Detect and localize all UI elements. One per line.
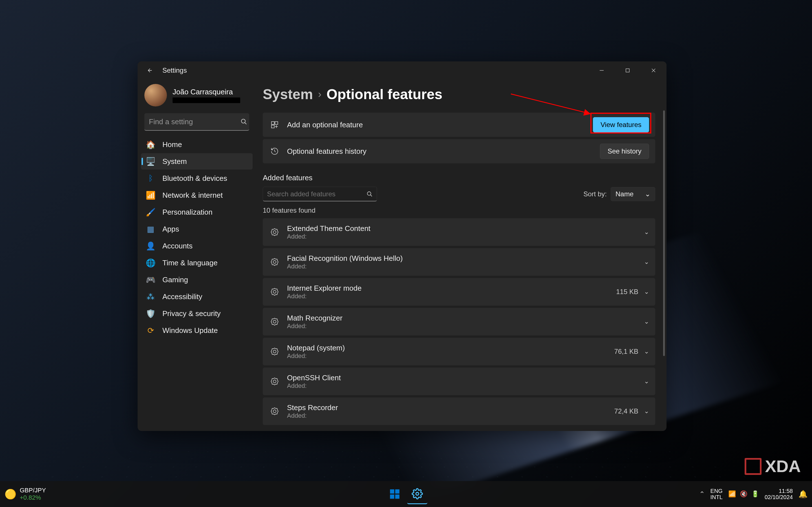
svg-marker-17 xyxy=(271,259,278,266)
back-button[interactable] xyxy=(144,65,156,76)
nav-item-time-language[interactable]: 🌐Time & language xyxy=(141,255,253,271)
nav-item-windows-update[interactable]: ⟳Windows Update xyxy=(141,322,253,339)
sort-dropdown[interactable]: Name ⌄ xyxy=(611,187,655,201)
feature-name: Facial Recognition (Windows Hello) xyxy=(287,254,644,263)
language-indicator[interactable]: ENG INTL xyxy=(711,488,723,500)
chevron-down-icon: ⌄ xyxy=(644,348,649,355)
nav-label: Bluetooth & devices xyxy=(162,174,227,183)
nav-label: Apps xyxy=(162,225,179,233)
nav-label: System xyxy=(162,157,187,166)
chevron-right-icon: › xyxy=(318,89,321,100)
nav-item-network-internet[interactable]: 📶Network & internet xyxy=(141,187,253,203)
system-icon: 🖥️ xyxy=(146,156,156,166)
feature-list: Extended Theme ContentAdded:⌄Facial Reco… xyxy=(263,218,655,425)
svg-line-12 xyxy=(274,151,276,152)
scrollbar-thumb[interactable] xyxy=(663,110,665,356)
feature-row[interactable]: OpenSSH ClientAdded:⌄ xyxy=(263,368,655,395)
titlebar: Settings xyxy=(138,61,666,79)
notifications-icon[interactable]: 🔔 xyxy=(799,490,808,499)
sort-label: Sort by: xyxy=(583,190,607,198)
taskbar: 🟡 GBP/JPY +0.82% ⌃ ENG INTL 📶 🔇 🔋 11:58 … xyxy=(0,481,812,507)
start-button[interactable] xyxy=(385,484,405,504)
maximize-button[interactable] xyxy=(615,61,641,79)
feature-row[interactable]: Extended Theme ContentAdded:⌄ xyxy=(263,218,655,246)
feature-subtext: Added: xyxy=(287,323,644,330)
battery-icon: 🔋 xyxy=(751,490,759,498)
svg-rect-32 xyxy=(395,495,400,499)
feature-name: OpenSSH Client xyxy=(287,374,644,382)
gear-icon xyxy=(269,258,280,266)
chevron-down-icon: ⌄ xyxy=(644,378,649,385)
feature-size: 115 KB xyxy=(616,288,638,296)
scrollbar[interactable] xyxy=(663,110,665,425)
chevron-down-icon: ⌄ xyxy=(644,228,649,236)
tray-status-icons[interactable]: 📶 🔇 🔋 xyxy=(728,490,759,498)
nav-label: Home xyxy=(162,140,182,149)
nav-item-system[interactable]: 🖥️System xyxy=(141,153,253,170)
see-history-button[interactable]: See history xyxy=(600,144,649,159)
nav-item-privacy-security[interactable]: 🛡️Privacy & security xyxy=(141,305,253,322)
history-icon xyxy=(269,147,280,156)
breadcrumb: System › Optional features xyxy=(263,86,655,103)
nav-item-gaming[interactable]: 🎮Gaming xyxy=(141,272,253,288)
profile-email-redacted xyxy=(172,98,240,103)
added-search-input[interactable] xyxy=(267,190,366,198)
gear-icon xyxy=(269,407,280,415)
feature-name: Notepad (system) xyxy=(287,344,614,352)
svg-point-28 xyxy=(273,410,276,413)
history-label: Optional features history xyxy=(287,147,600,156)
settings-window: Settings João Carrasqueira 🏠Hom xyxy=(138,61,666,431)
close-button[interactable] xyxy=(641,61,666,79)
feature-row[interactable]: Steps RecorderAdded:72,4 KB⌄ xyxy=(263,397,655,425)
clock[interactable]: 11:58 02/10/2024 xyxy=(765,488,793,500)
feature-subtext: Added: xyxy=(287,412,614,419)
feature-row[interactable]: Internet Explorer modeAdded:115 KB⌄ xyxy=(263,278,655,305)
feature-name: Steps Recorder xyxy=(287,403,614,412)
added-search[interactable] xyxy=(263,187,377,202)
feature-subtext: Added: xyxy=(287,382,644,390)
taskbar-settings-icon[interactable] xyxy=(407,484,427,504)
svg-rect-6 xyxy=(271,122,274,124)
gaming-icon: 🎮 xyxy=(146,275,156,285)
svg-marker-23 xyxy=(271,348,278,355)
search-sort-row: Sort by: Name ⌄ xyxy=(263,187,655,202)
sidebar-search[interactable] xyxy=(144,113,249,131)
widget-line2: +0.82% xyxy=(20,494,46,501)
svg-point-16 xyxy=(273,231,276,233)
svg-point-22 xyxy=(273,320,276,323)
svg-marker-19 xyxy=(271,288,278,295)
feature-subtext: Added: xyxy=(287,293,616,300)
feature-row[interactable]: Math RecognizerAdded:⌄ xyxy=(263,308,655,335)
minimize-button[interactable] xyxy=(589,61,615,79)
nav-item-home[interactable]: 🏠Home xyxy=(141,136,253,153)
gear-icon xyxy=(269,318,280,326)
svg-marker-21 xyxy=(271,318,278,325)
sidebar-search-input[interactable] xyxy=(149,117,241,126)
svg-line-14 xyxy=(370,194,372,196)
taskbar-widget[interactable]: 🟡 GBP/JPY +0.82% xyxy=(4,487,46,501)
nav-item-accounts[interactable]: 👤Accounts xyxy=(141,238,253,254)
widget-line1: GBP/JPY xyxy=(20,487,46,494)
view-features-button[interactable]: View features xyxy=(593,117,649,132)
gear-icon xyxy=(269,377,280,386)
add-feature-icon xyxy=(269,121,280,129)
nav-item-accessibility[interactable]: ⁂Accessibility xyxy=(141,288,253,305)
history-card: Optional features history See history xyxy=(263,139,655,163)
chevron-down-icon: ⌄ xyxy=(645,190,651,198)
feature-name: Internet Explorer mode xyxy=(287,284,616,293)
tray-chevron-icon[interactable]: ⌃ xyxy=(699,490,705,498)
nav-item-apps[interactable]: ▦Apps xyxy=(141,221,253,237)
chevron-down-icon: ⌄ xyxy=(644,258,649,266)
profile-block[interactable]: João Carrasqueira xyxy=(141,79,253,113)
svg-rect-1 xyxy=(626,69,629,72)
feature-name: Math Recognizer xyxy=(287,314,644,323)
add-feature-card: Add an optional feature View features xyxy=(263,113,655,137)
nav-label: Windows Update xyxy=(162,326,218,335)
nav-item-personalization[interactable]: 🖌️Personalization xyxy=(141,204,253,220)
feature-size: 76,1 KB xyxy=(614,348,638,355)
nav-item-bluetooth-devices[interactable]: ᛒBluetooth & devices xyxy=(141,170,253,186)
windows-update-icon: ⟳ xyxy=(146,325,156,335)
feature-row[interactable]: Notepad (system)Added:76,1 KB⌄ xyxy=(263,338,655,365)
breadcrumb-parent[interactable]: System xyxy=(263,86,313,103)
feature-row[interactable]: Facial Recognition (Windows Hello)Added:… xyxy=(263,248,655,276)
